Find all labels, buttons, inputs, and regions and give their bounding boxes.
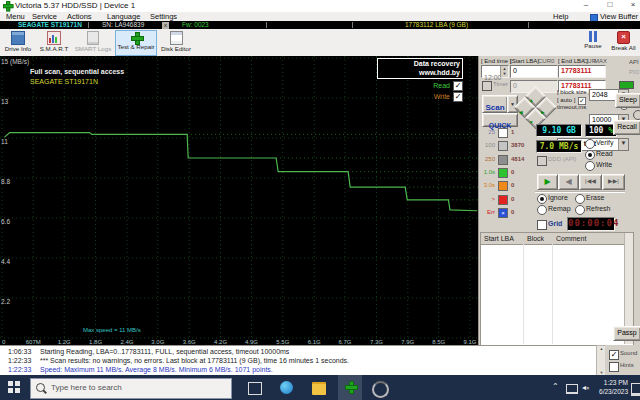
histogram-count-3: 0 xyxy=(511,168,514,177)
verify-radio[interactable] xyxy=(585,139,595,149)
sleep-button[interactable]: Sleep xyxy=(615,93,640,108)
hints-label: Hints xyxy=(620,362,634,369)
ignore-radio[interactable] xyxy=(537,194,547,204)
svg-text:8.8: 8.8 xyxy=(1,178,10,185)
remap-radio[interactable] xyxy=(537,205,547,215)
app-swirl-icon[interactable] xyxy=(372,381,389,398)
histogram-label-3: 1.0s xyxy=(481,168,495,177)
recall-button[interactable]: Recall xyxy=(613,120,640,135)
tray-date: 6/23/2023 xyxy=(596,387,628,396)
histogram-box-5[interactable] xyxy=(498,195,508,205)
histogram-label-1: 100 xyxy=(481,141,495,150)
grid-checkbox[interactable] xyxy=(537,220,547,230)
refresh-radio[interactable] xyxy=(575,205,585,215)
histogram-box-3[interactable] xyxy=(498,168,508,178)
drive-model: SEAGATE ST19171N xyxy=(18,21,82,29)
play-forward-button[interactable]: ▶ xyxy=(537,174,558,190)
edge-icon[interactable] xyxy=(280,381,293,394)
smart-logs-icon xyxy=(87,31,99,45)
activity-led xyxy=(619,81,634,89)
menu-item-service[interactable]: Service xyxy=(32,12,57,21)
minimize-button[interactable]: – xyxy=(578,0,594,10)
skip-end-button[interactable]: ▶▶| xyxy=(602,174,625,190)
quick-button[interactable]: QUICK xyxy=(482,113,518,127)
action-center-icon[interactable] xyxy=(631,383,640,396)
ddd-api-checkbox[interactable] xyxy=(537,156,547,166)
histogram-box-4[interactable] xyxy=(498,181,508,191)
speed-graph: 15 (MB/s)13118.86.64.42.20607M1.2G1.8G2.… xyxy=(0,56,478,345)
tray-chevron-icon[interactable]: ⌃ xyxy=(552,382,559,392)
file-explorer-icon[interactable] xyxy=(312,382,326,395)
test-repair-button[interactable]: Test & Repair xyxy=(115,30,157,56)
drive-info-button[interactable]: Drive Info xyxy=(2,30,34,54)
strip-x-button[interactable]: x xyxy=(162,22,169,29)
victoria-app-window: Victoria 5.37 HDD/SSD | Device 1 – □ × M… xyxy=(0,0,640,400)
disk-editor-button[interactable]: Disk Editor xyxy=(158,30,194,54)
start-lba-zero-button[interactable]: 0 xyxy=(551,58,554,65)
strip-divider xyxy=(352,22,353,28)
svg-text:13: 13 xyxy=(1,98,9,105)
verify-radio-label: Verify xyxy=(596,138,614,147)
menu-item-menu[interactable]: Menu xyxy=(6,12,25,21)
taskbar-search-box[interactable]: Type here to search xyxy=(30,378,232,399)
sound-checkbox[interactable] xyxy=(609,350,619,360)
start-lba-input[interactable]: 0 xyxy=(510,65,558,78)
spinner-arrows[interactable]: ▲▼ xyxy=(500,66,508,77)
write-checkbox[interactable] xyxy=(453,92,463,102)
control-panel: [ End time ] [Start LBA] CUR 0 [ End LBA… xyxy=(478,56,640,345)
start-button[interactable] xyxy=(8,381,21,394)
skip-start-button[interactable]: |◀◀ xyxy=(579,174,602,190)
histogram-label-2: 250 xyxy=(481,155,495,164)
menu-item-language[interactable]: Language xyxy=(107,12,140,21)
mode-radio-group: VerifyReadWrite xyxy=(585,139,635,173)
close-button[interactable]: × xyxy=(626,0,640,10)
histogram-count-1: 3870 xyxy=(511,141,524,150)
break-all-icon: × xyxy=(617,31,630,44)
menu-item-actions[interactable]: Actions xyxy=(67,12,92,21)
app-icon xyxy=(3,1,12,10)
api-label: API xyxy=(629,59,639,66)
read-radio[interactable] xyxy=(585,150,595,160)
end-time-spinner[interactable]: 12:00 ▲▼ xyxy=(481,65,509,78)
pause-button[interactable]: Pause xyxy=(579,30,607,54)
maximize-button[interactable]: □ xyxy=(602,0,618,10)
drive-capacity: 17783112 LBA (9 GB) xyxy=(405,21,468,29)
passp-button[interactable]: Passp xyxy=(613,326,640,341)
menu-item-settings[interactable]: Settings xyxy=(150,12,177,21)
smart-button[interactable]: S.M.A.R.T xyxy=(37,30,71,54)
seek-pad: ▲ ▶ ▼ ◀ xyxy=(517,89,553,125)
auto-label: [ auto ] xyxy=(557,97,575,104)
histogram-box-6[interactable]: × xyxy=(498,208,508,218)
pause-icon xyxy=(588,31,598,42)
write-radio[interactable] xyxy=(585,161,595,171)
watermark-box: Data recovery www.hdd.by xyxy=(377,58,463,79)
network-icon[interactable] xyxy=(566,384,578,394)
task-view-icon[interactable] xyxy=(248,382,262,395)
test-repair-icon xyxy=(131,32,142,43)
histogram-box-0[interactable] xyxy=(498,128,508,138)
victoria-taskbar-button[interactable] xyxy=(338,375,362,400)
end-lba-max-button[interactable]: MAX xyxy=(594,58,607,65)
histogram-box-1[interactable] xyxy=(498,141,508,151)
break-all-button[interactable]: × Break All xyxy=(609,30,638,54)
hints-checkbox[interactable] xyxy=(609,362,619,372)
erase-radio[interactable] xyxy=(575,194,585,204)
histogram-box-2[interactable] xyxy=(498,155,508,165)
end-lba-input[interactable]: 17783111 xyxy=(558,65,606,78)
play-reverse-button[interactable]: ◀ xyxy=(558,174,579,190)
tray-clock[interactable]: 1:23 PM 6/23/2023 xyxy=(596,378,628,396)
tray-time: 1:23 PM xyxy=(596,378,628,387)
scan-button[interactable]: Scan xyxy=(482,95,508,113)
read-checkbox[interactable] xyxy=(453,81,463,91)
write-legend-label: Write xyxy=(430,92,450,101)
timer-checkbox[interactable] xyxy=(482,81,492,91)
smart-logs-button[interactable]: SMART Logs xyxy=(74,30,112,54)
table-header-start-lba: Start LBA xyxy=(484,234,514,243)
watermark-line2: www.hdd.by xyxy=(378,68,460,77)
pio-radio[interactable] xyxy=(633,110,640,120)
volume-muted-icon[interactable]: ◂× xyxy=(582,383,590,393)
scanned-size-display: 9.10 GB xyxy=(536,124,582,137)
menu-item-help[interactable]: Help xyxy=(553,12,568,21)
histogram-count-0: 1 xyxy=(511,128,514,137)
start-lba-cur-button[interactable]: CUR xyxy=(538,58,551,65)
